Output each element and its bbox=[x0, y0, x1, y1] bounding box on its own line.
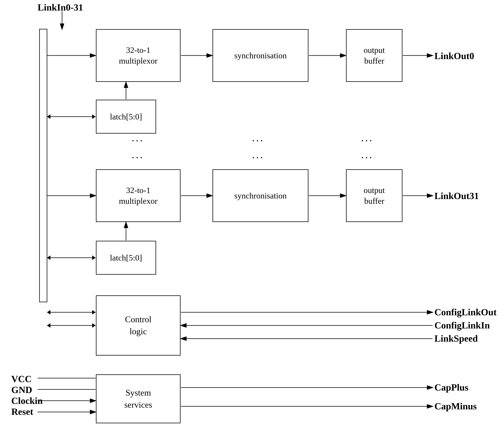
outbuf31-label: outputbuffer bbox=[364, 185, 385, 206]
dots3b: ... bbox=[361, 149, 373, 161]
configlinkout-label: ConfigLinkOut bbox=[434, 307, 497, 317]
capplus-label: CapPlus bbox=[434, 382, 468, 393]
mux31-label: 32-to-1multiplexor bbox=[119, 185, 157, 206]
sync31-label: synchronisation bbox=[234, 191, 287, 200]
sysservices-block: Systemservices bbox=[96, 374, 180, 423]
mux31-block: 32-to-1multiplexor bbox=[96, 169, 180, 222]
outbuf0-block: outputbuffer bbox=[346, 29, 403, 82]
reset-label: Reset bbox=[11, 406, 33, 417]
control-label: Controllogic bbox=[125, 313, 152, 338]
dots2b: ... bbox=[252, 149, 264, 161]
sysservices-label: Systemservices bbox=[124, 387, 152, 411]
dots1b: ... bbox=[132, 149, 144, 161]
svg-rect-0 bbox=[39, 29, 47, 302]
diagram: 32-to-1multiplexor synchronisation outpu… bbox=[0, 0, 504, 434]
linkin-label: LinkIn0-31 bbox=[38, 2, 83, 13]
svg-marker-17 bbox=[92, 255, 96, 260]
dots3a: ... bbox=[361, 132, 373, 144]
dots2a: ... bbox=[252, 132, 264, 144]
latch0-block: latch[5:0] bbox=[96, 100, 156, 134]
svg-marker-8 bbox=[47, 114, 50, 119]
latch31-label: latch[5:0] bbox=[110, 253, 142, 263]
svg-marker-23 bbox=[92, 323, 96, 328]
clockin-label: Clockin bbox=[11, 395, 43, 406]
latch0-label: latch[5:0] bbox=[110, 112, 142, 122]
sync31-block: synchronisation bbox=[213, 169, 308, 222]
outbuf31-block: outputbuffer bbox=[346, 169, 403, 222]
svg-marker-19 bbox=[47, 310, 50, 315]
linkout31-label: LinkOut31 bbox=[434, 190, 479, 201]
svg-marker-20 bbox=[92, 310, 96, 315]
sync0-label: synchronisation bbox=[234, 51, 287, 60]
linkout0-label: LinkOut0 bbox=[434, 50, 474, 61]
vcc-label: VCC bbox=[11, 373, 32, 384]
svg-marker-16 bbox=[47, 255, 50, 260]
mux0-block: 32-to-1multiplexor bbox=[96, 29, 180, 82]
control-block: Controllogic bbox=[96, 295, 180, 356]
linkspeed-label: LinkSpeed bbox=[434, 333, 478, 344]
svg-marker-9 bbox=[92, 114, 96, 119]
sync0-block: synchronisation bbox=[213, 29, 308, 82]
outbuf0-label: outputbuffer bbox=[364, 45, 385, 66]
gnd-label: GND bbox=[11, 384, 32, 395]
svg-marker-22 bbox=[47, 323, 50, 328]
latch31-block: latch[5:0] bbox=[96, 241, 156, 275]
dots1a: ... bbox=[132, 132, 144, 144]
configlinkin-label: ConfigLinkIn bbox=[434, 320, 490, 331]
capminus-label: CapMinus bbox=[434, 401, 477, 412]
mux0-label: 32-to-1multiplexor bbox=[119, 45, 157, 66]
